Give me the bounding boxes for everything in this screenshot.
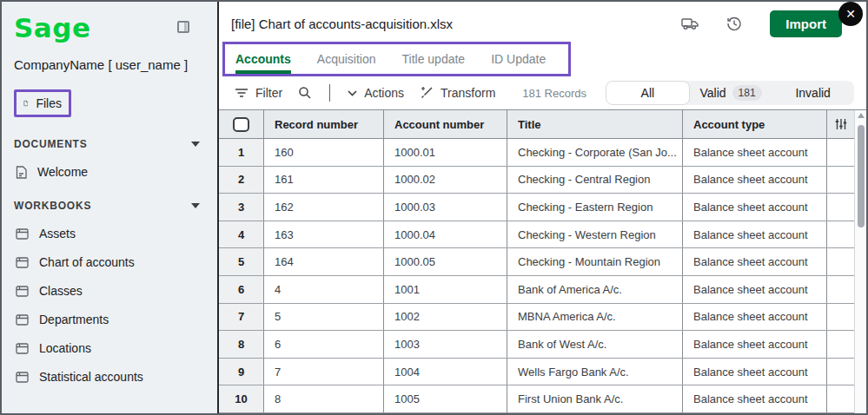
table-row[interactable]: 51641000.05Checking - Mountain RegionBal… [219,248,854,276]
column-header-title[interactable]: Title [507,110,683,138]
title-cell[interactable]: Wells Fargo Bank A/c. [507,359,683,385]
tab-accounts[interactable]: Accounts [235,52,291,74]
column-header-record-number[interactable]: Record number [264,110,384,138]
account-type-cell[interactable]: Balance sheet account [683,221,827,248]
scrollbar-thumb[interactable] [858,125,865,227]
table-row[interactable]: 11601000.01Checking - Corporate (San Jo.… [219,139,854,167]
account-number-cell[interactable]: 1001 [384,276,507,303]
table-row[interactable]: 1081005First Union Bank A/c.Balance shee… [219,385,854,413]
account-type-cell[interactable]: Balance sheet account [683,167,827,194]
account-number-cell[interactable]: 1004 [384,359,507,385]
row-number-cell[interactable]: 4 [219,221,264,248]
title-cell[interactable]: Checking - Corporate (San Jo... [507,139,683,166]
export-truck-icon[interactable] [681,16,699,30]
sidebar-section-documents[interactable]: DOCUMENTS [14,138,205,150]
column-header-account-number[interactable]: Account number [384,110,507,138]
sidebar-item-statistical-accounts[interactable]: Statistical accounts [14,370,205,384]
tab-acquisition[interactable]: Acquisition [317,52,376,74]
sidebar-collapse-icon[interactable] [177,21,189,33]
table-row[interactable]: 21611000.02Checking - Central RegionBala… [219,167,854,194]
row-number-cell[interactable]: 6 [219,276,264,303]
title-cell[interactable]: Bank of West A/c. [507,331,683,358]
record-number-cell[interactable]: 4 [264,276,384,303]
account-number-cell[interactable]: 1000.05 [384,248,507,275]
account-number-cell[interactable]: 1000.01 [384,139,507,166]
account-type-cell[interactable]: Balance sheet account [683,276,827,303]
record-number-cell[interactable]: 8 [264,385,384,412]
record-number-cell[interactable]: 7 [264,359,384,385]
account-number-cell[interactable]: 1002 [384,304,507,331]
table-row[interactable]: 641001Bank of America A/c.Balance sheet … [219,276,854,304]
row-number-cell[interactable]: 8 [219,331,264,358]
sidebar-item-files[interactable]: Files [36,96,62,110]
account-type-cell[interactable]: Balance sheet account [683,359,827,385]
sidebar-item-welcome[interactable]: Welcome [14,165,205,179]
import-button[interactable]: Import [770,10,842,37]
sidebar-item-classes[interactable]: Classes [14,284,205,298]
row-number-cell[interactable]: 1 [219,139,264,166]
account-type-cell[interactable]: Balance sheet account [683,304,827,331]
search-icon[interactable] [298,86,312,100]
title-cell[interactable]: Checking - Central Region [507,167,683,194]
account-type-cell[interactable]: Balance sheet account [683,139,827,166]
sidebar-item-locations[interactable]: Locations [14,341,205,355]
title-cell[interactable]: Checking - Western Region [507,221,683,248]
scroll-up-icon[interactable] [858,113,865,118]
title-cell[interactable]: First Union Bank A/c. [507,385,683,412]
record-number-cell[interactable]: 6 [264,331,384,358]
segment-all[interactable]: All [606,81,690,105]
row-number-cell[interactable]: 5 [219,248,264,275]
row-number-cell[interactable]: 10 [219,385,264,412]
account-type-cell[interactable]: Balance sheet account [683,331,827,358]
table-row[interactable]: 751002MBNA America A/c.Balance sheet acc… [219,304,854,332]
title-cell[interactable]: Bank of America A/c. [507,276,683,303]
account-number-cell[interactable]: 1003 [384,331,507,358]
title-cell[interactable]: Checking - Eastern Region [507,194,683,221]
title-cell[interactable]: Checking - Mountain Region [507,248,683,275]
column-header-account-type[interactable]: Account type [683,110,827,138]
tab-title-update[interactable]: Title update [402,52,466,74]
filter-button[interactable]: Filter [235,86,282,100]
column-settings-icon[interactable] [835,118,847,130]
sidebar-section-workbooks[interactable]: WORKBOOKS [14,200,205,212]
table-row[interactable]: 971004Wells Fargo Bank A/c.Balance sheet… [219,359,854,386]
actions-button[interactable]: Actions [348,86,404,100]
app-window: Sage CompanyName [ user_name ] Files DOC… [0,0,868,415]
account-number-cell[interactable]: 1000.02 [384,167,507,194]
vertical-scrollbar[interactable] [854,110,866,413]
sidebar-item-departments[interactable]: Departments [14,313,205,326]
table-row[interactable]: 41631000.04Checking - Western RegionBala… [219,221,854,249]
history-icon[interactable] [726,16,742,31]
row-number-cell[interactable]: 3 [219,194,264,221]
sidebar-item-chart-of-accounts[interactable]: Chart of accounts [14,255,205,269]
transform-button[interactable]: Transform [420,86,495,100]
record-number-cell[interactable]: 164 [264,248,384,275]
account-number-cell[interactable]: 1000.03 [384,194,507,221]
account-number-cell[interactable]: 1005 [384,385,507,412]
record-number-cell[interactable]: 163 [264,221,384,248]
sidebar-item-assets[interactable]: Assets [14,227,205,240]
sage-logo: Sage [14,12,90,43]
select-all-checkbox[interactable] [233,117,249,132]
row-number-cell[interactable]: 2 [219,167,264,194]
segment-valid[interactable]: Valid 181 [690,81,772,105]
workbook-icon [16,343,29,354]
table-row[interactable]: 31621000.03Checking - Eastern RegionBala… [219,194,854,221]
wand-icon [420,86,434,100]
account-type-cell[interactable]: Balance sheet account [683,248,827,275]
tab-id-update[interactable]: ID Update [491,52,546,74]
title-cell[interactable]: MBNA America A/c. [507,304,683,331]
account-number-cell[interactable]: 1000.04 [384,221,507,248]
workbook-icon [16,286,29,297]
row-number-cell[interactable]: 7 [219,304,264,331]
record-number-cell[interactable]: 5 [264,304,384,331]
close-button[interactable]: ✕ [838,2,863,26]
record-number-cell[interactable]: 161 [264,167,384,194]
segment-invalid[interactable]: Invalid [772,81,854,105]
account-type-cell[interactable]: Balance sheet account [683,385,827,412]
account-type-cell[interactable]: Balance sheet account [683,194,827,221]
record-number-cell[interactable]: 160 [264,139,384,166]
table-row[interactable]: 861003Bank of West A/c.Balance sheet acc… [219,331,854,359]
record-number-cell[interactable]: 162 [264,194,384,221]
row-number-cell[interactable]: 9 [219,359,264,385]
